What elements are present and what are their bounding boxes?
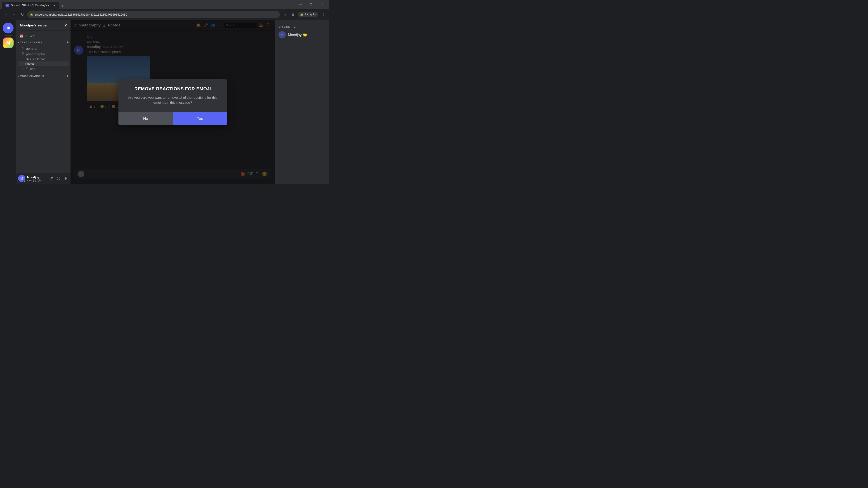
section-chevron: ▾ (18, 75, 20, 77)
modal-text: Are you sure you want to remove all of t… (124, 95, 221, 105)
tab-favicon: D (5, 4, 9, 7)
address-bar[interactable]: 🔒 discord.com/channels/11823468517819843… (27, 11, 280, 18)
browser-tabs: D Discord | "Photos" | Moodjoy's s... ✕ … (0, 0, 329, 9)
channel-chat[interactable]: ⬇ # chat (18, 66, 69, 71)
modal-no-button[interactable]: No (119, 112, 173, 125)
thread-photos[interactable]: Photos (18, 61, 69, 66)
user-tag-display: moodjoy1_b... (27, 179, 46, 182)
user-avatar: M (18, 175, 25, 182)
headset-button[interactable]: 🎧 (55, 175, 61, 182)
modal-yes-button[interactable]: Yes (173, 112, 227, 125)
forward-button[interactable]: → (11, 11, 17, 18)
server-icon-moodjoy[interactable]: M (3, 37, 13, 48)
incognito-label: Incognito (305, 13, 316, 16)
extension-button[interactable]: ⊞ (290, 11, 296, 18)
refresh-button[interactable]: ↻ (19, 11, 25, 18)
bookmark-button[interactable]: ☆ (282, 11, 288, 18)
download-icon: ⬇ (22, 67, 24, 70)
section-chevron: ▾ (18, 41, 20, 44)
status-dot (23, 180, 26, 182)
new-tab-button[interactable]: + (59, 3, 66, 9)
channel-photography-label: photography (26, 52, 45, 56)
thread-this-is-a-thread[interactable]: This is a thread! (18, 57, 69, 61)
channel-general-label: general (26, 46, 37, 51)
server-name: Moodjoy's server (20, 23, 48, 27)
member-name-text: Moodjoy (288, 33, 302, 37)
user-info: Moodjoy moodjoy1_b... (27, 175, 46, 182)
member-name: Moodjoy 🌟 (288, 33, 307, 37)
text-channels-section: ▾ TEXT CHANNELS + # general # photograph… (16, 39, 70, 71)
channel-chat-label: chat (30, 67, 36, 71)
event-label: 1 Event (25, 34, 35, 38)
username-display: Moodjoy (27, 175, 46, 179)
voice-channels-header[interactable]: ▾ VOICE CHANNELS + (16, 73, 70, 79)
incognito-badge: 🕵 Incognito (298, 12, 318, 17)
channel-list: 📅 1 Event ▾ TEXT CHANNELS + # general # … (16, 31, 70, 173)
back-button[interactable]: ← (3, 11, 9, 18)
close-button[interactable]: ✕ (317, 0, 327, 9)
avatar-emoji: M (20, 177, 23, 180)
event-item[interactable]: 📅 1 Event (18, 33, 69, 39)
hash-icon: # (22, 46, 24, 51)
modal-overlay: REMOVE REACTIONS FOR EMOJI Are you sure … (70, 20, 275, 184)
add-voice-channel-button[interactable]: + (66, 74, 69, 78)
server-header[interactable]: Moodjoy's server ∨ (16, 20, 70, 31)
voice-channels-label: VOICE CHANNELS (20, 75, 44, 77)
discord-app: ⊕ M Moodjoy's server ∨ 📅 1 Event ▾ TEXT … (0, 20, 329, 184)
server-dropdown-icon: ∨ (64, 23, 67, 27)
channel-photography[interactable]: # photography (18, 51, 69, 57)
event-icon: 📅 (20, 34, 24, 38)
modal-body: REMOVE REACTIONS FOR EMOJI Are you sure … (119, 79, 227, 105)
modal-buttons: No Yes (119, 111, 227, 125)
add-channel-button[interactable]: + (66, 40, 69, 44)
minimize-button[interactable]: — (295, 0, 306, 9)
menu-button[interactable]: ⋮ (320, 11, 327, 18)
right-sidebar: OFFLINE — 1 M Moodjoy 🌟 (275, 20, 329, 184)
text-channels-header[interactable]: ▾ TEXT CHANNELS + (16, 39, 70, 45)
member-avatar: M (278, 31, 286, 38)
browser-chrome: D Discord | "Photos" | Moodjoy's s... ✕ … (0, 0, 329, 20)
channel-general[interactable]: # general (18, 46, 69, 51)
browser-toolbar: ← → ↻ 🔒 discord.com/channels/11823468517… (0, 9, 329, 20)
maximize-button[interactable]: ❐ (306, 0, 316, 9)
text-channels-label: TEXT CHANNELS (20, 41, 43, 44)
lock-icon: 🔒 (30, 13, 33, 16)
url-text: discord.com/channels/1182346851781984336… (35, 13, 127, 16)
offline-header: OFFLINE — 1 (277, 24, 327, 30)
mic-button[interactable]: 🎤 (48, 175, 54, 182)
tab-title: Discord | "Photos" | Moodjoy's s... (11, 4, 51, 7)
incognito-icon: 🕵 (300, 13, 304, 16)
user-panel: M Moodjoy moodjoy1_b... 🎤 🎧 ⚙ (16, 173, 70, 184)
voice-channels-section: ▾ VOICE CHANNELS + (16, 73, 70, 79)
settings-button[interactable]: ⚙ (62, 175, 69, 182)
tab-close-button[interactable]: ✕ (53, 4, 56, 7)
hash-icon: # (26, 67, 28, 71)
modal-dialog: REMOVE REACTIONS FOR EMOJI Are you sure … (119, 79, 227, 125)
main-content: # photography 🧵 Photos 🔔 📌 👥 ⋯ Search 📥 … (70, 20, 275, 184)
member-emoji: 🌟 (303, 33, 307, 37)
server-list: ⊕ M (0, 20, 16, 184)
active-tab[interactable]: D Discord | "Photos" | Moodjoy's s... ✕ (2, 2, 59, 9)
channel-sidebar: Moodjoy's server ∨ 📅 1 Event ▾ TEXT CHAN… (16, 20, 70, 184)
hash-icon: # (22, 52, 24, 56)
home-button[interactable]: ⊕ (3, 23, 13, 33)
user-controls: 🎤 🎧 ⚙ (48, 175, 69, 182)
member-item-moodjoy[interactable]: M Moodjoy 🌟 (277, 30, 327, 40)
modal-title: REMOVE REACTIONS FOR EMOJI (124, 86, 221, 92)
